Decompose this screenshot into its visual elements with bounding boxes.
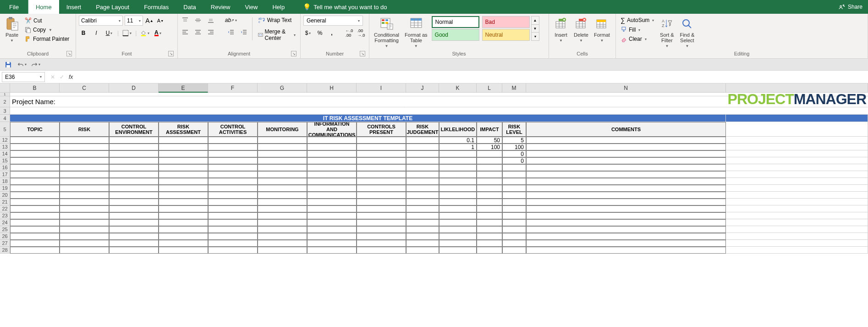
cell[interactable] (726, 137, 868, 144)
row-header-5[interactable]: 5 (0, 122, 10, 137)
cell-N20[interactable] (526, 192, 726, 199)
cell-H22[interactable] (307, 205, 357, 212)
cell-J15[interactable] (406, 157, 439, 164)
cell-K21[interactable] (439, 199, 477, 205)
tab-page-layout[interactable]: Page Layout (88, 0, 137, 14)
fill-color-button[interactable]: ▾ (140, 28, 149, 38)
row-header-17[interactable]: 17 (0, 171, 10, 178)
number-launcher[interactable]: ↘ (360, 51, 365, 56)
cell-E16[interactable] (159, 164, 208, 171)
cell-C28[interactable] (60, 247, 109, 254)
cell-style-bad[interactable]: Bad (482, 16, 530, 28)
format-as-table-button[interactable]: Format as Table ▼ (403, 16, 429, 49)
align-top-button[interactable] (181, 16, 190, 25)
cell-E26[interactable] (159, 233, 208, 240)
cut-button[interactable]: ✂️ Cut (23, 17, 71, 25)
cell-J12[interactable] (406, 137, 439, 144)
cell-B16[interactable] (10, 164, 60, 171)
cell-M20[interactable] (502, 192, 526, 199)
cell-L14[interactable] (477, 150, 502, 157)
formula-confirm-button[interactable]: ✓ (60, 74, 64, 80)
cell-N14[interactable] (526, 150, 726, 157)
cell-I25[interactable] (357, 226, 406, 233)
increase-font-button[interactable]: A▲ (145, 16, 154, 25)
cell-G16[interactable] (258, 164, 307, 171)
cell-H14[interactable] (307, 150, 357, 157)
alignment-launcher[interactable]: ↘ (291, 51, 297, 56)
cell-N19[interactable] (526, 185, 726, 192)
cell-G13[interactable] (258, 144, 307, 150)
cell-D16[interactable] (109, 164, 159, 171)
cell-G19[interactable] (258, 185, 307, 192)
cell-K12[interactable]: 0.1 (439, 137, 477, 144)
cell-I20[interactable] (357, 192, 406, 199)
cell-B23[interactable] (10, 212, 60, 219)
row-header-18[interactable]: 18 (0, 178, 10, 185)
cell-M12[interactable]: 5 (502, 137, 526, 144)
cell-L18[interactable] (477, 178, 502, 185)
cell-I12[interactable] (357, 137, 406, 144)
row-header-28[interactable]: 28 (0, 247, 10, 254)
cell-N12[interactable] (526, 137, 726, 144)
cell[interactable] (726, 219, 868, 226)
cell-G27[interactable] (258, 240, 307, 247)
cell-H16[interactable] (307, 164, 357, 171)
cell-L28[interactable] (477, 247, 502, 254)
align-bottom-button[interactable] (206, 16, 215, 25)
cell-N24[interactable] (526, 219, 726, 226)
sort-filter-button[interactable]: AZ Sort & Filter ▼ (658, 16, 676, 49)
cell-H13[interactable] (307, 144, 357, 150)
cell-K18[interactable] (439, 178, 477, 185)
gallery-expand-icon[interactable]: ▾ (532, 33, 539, 40)
row-header-21[interactable]: 21 (0, 199, 10, 205)
cell-M18[interactable] (502, 178, 526, 185)
cell-D26[interactable] (109, 233, 159, 240)
column-header-M[interactable]: M (502, 83, 526, 93)
table-header-risk[interactable]: RISK (60, 122, 109, 137)
cell-B14[interactable] (10, 150, 60, 157)
cell-I14[interactable] (357, 150, 406, 157)
row-header-15[interactable]: 15 (0, 157, 10, 164)
cell-L19[interactable] (477, 185, 502, 192)
align-left-button[interactable] (181, 28, 190, 37)
cell-H17[interactable] (307, 171, 357, 178)
cell-D25[interactable] (109, 226, 159, 233)
delete-cells-button[interactable]: Delete ▼ (572, 16, 590, 44)
cell-G17[interactable] (258, 171, 307, 178)
cell-L26[interactable] (477, 233, 502, 240)
cell-N13[interactable] (526, 144, 726, 150)
cell-K15[interactable] (439, 157, 477, 164)
cell[interactable] (726, 205, 868, 212)
cell-E14[interactable] (159, 150, 208, 157)
row-header-1[interactable]: 1 (0, 93, 10, 96)
cell[interactable] (10, 107, 868, 115)
cell-F16[interactable] (208, 164, 258, 171)
cell[interactable] (726, 199, 868, 205)
column-header-C[interactable]: C (60, 83, 109, 93)
font-family-select[interactable]: Calibri ▾ (79, 16, 123, 26)
tell-me-search[interactable]: 💡 Tell me what you want to do (296, 0, 394, 14)
cell-C21[interactable] (60, 199, 109, 205)
cell-F15[interactable] (208, 157, 258, 164)
cell[interactable] (726, 171, 868, 178)
cell-N16[interactable] (526, 164, 726, 171)
cell-H26[interactable] (307, 233, 357, 240)
cell-B19[interactable] (10, 185, 60, 192)
cell-B15[interactable] (10, 157, 60, 164)
cell-B12[interactable] (10, 137, 60, 144)
cell-C19[interactable] (60, 185, 109, 192)
cell[interactable] (726, 247, 868, 254)
clipboard-launcher[interactable]: ↘ (66, 51, 72, 56)
cell[interactable] (726, 122, 868, 137)
formula-cancel-button[interactable]: ✕ (50, 74, 55, 80)
cell-J13[interactable] (406, 144, 439, 150)
table-header-information-and-communications[interactable]: INFORMATION AND COMMUNICATIONS (307, 122, 357, 137)
increase-decimal-button[interactable]: ←.0.00 (345, 28, 354, 38)
cell-C13[interactable] (60, 144, 109, 150)
cell-D21[interactable] (109, 199, 159, 205)
cell-H19[interactable] (307, 185, 357, 192)
name-box[interactable]: E36 ▾ (2, 72, 45, 82)
cell-E27[interactable] (159, 240, 208, 247)
font-launcher[interactable]: ↘ (168, 51, 174, 56)
cell-E21[interactable] (159, 199, 208, 205)
